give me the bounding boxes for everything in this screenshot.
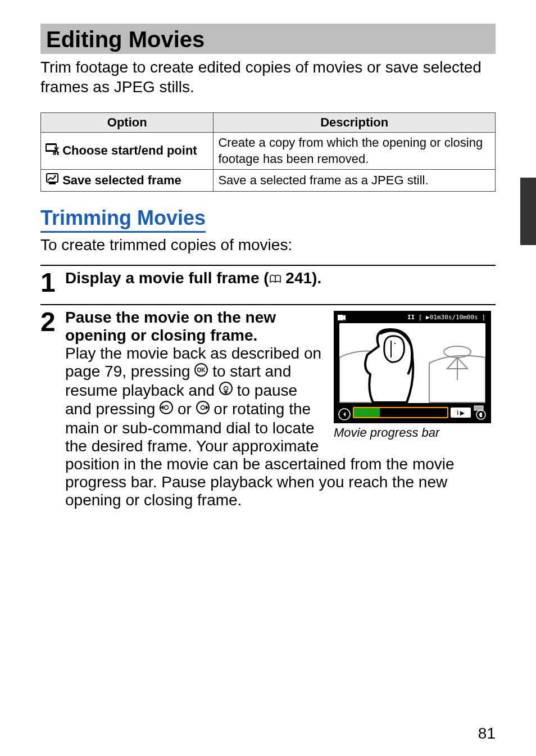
info-badge: i ▶ (451, 408, 471, 418)
movie-mode-icon (337, 313, 346, 324)
svg-rect-2 (46, 150, 56, 152)
step-1-title-post: 241). (281, 269, 322, 287)
option-label-choose: Choose start/end point (62, 143, 197, 159)
step-1: 1 Display a movie full frame ( 241). (40, 269, 496, 296)
svg-rect-9 (49, 182, 56, 184)
svg-marker-34 (206, 405, 208, 410)
svg-marker-18 (343, 412, 346, 417)
svg-marker-12 (343, 315, 346, 320)
multiselector-down-icon (219, 381, 233, 399)
page-ref-icon (269, 269, 281, 287)
table-header-description: Description (214, 113, 496, 133)
svg-rect-19 (474, 406, 483, 410)
step-divider (40, 265, 496, 266)
step-1-number: 1 (40, 269, 61, 296)
option-desc-save: Save a selected frame as a JPEG still. (214, 170, 496, 192)
playback-time-text: [ ▶01m30s/10m00s ] (419, 314, 485, 321)
step-2-body-4: or (173, 400, 196, 418)
option-desc-choose: Create a copy from which the opening or … (214, 133, 496, 170)
pause-glyph: II (407, 314, 415, 321)
svg-rect-1 (46, 143, 56, 145)
svg-point-33 (201, 406, 205, 410)
playback-time-overlay: II [ ▶01m30s/10m00s ] (405, 313, 488, 322)
frame-save-icon (46, 173, 59, 189)
svg-marker-28 (224, 391, 228, 394)
svg-point-8 (54, 175, 56, 176)
preview-bottom-bar: i ▶ (338, 405, 487, 420)
svg-rect-11 (338, 315, 343, 320)
svg-marker-31 (161, 405, 163, 410)
table-header-option: Option (41, 113, 214, 133)
page-number: 81 (478, 725, 496, 743)
svg-rect-23 (480, 413, 482, 417)
table-row: Save selected frame Save a selected fram… (41, 170, 496, 192)
svg-text:OK: OK (197, 367, 206, 373)
dpad-left-icon (338, 406, 351, 419)
svg-point-27 (224, 387, 228, 391)
step-2-figure: II [ ▶01m30s/10m00s ] (334, 311, 491, 440)
step-2-number: 2 (40, 309, 61, 336)
table-row: Choose start/end point Create a copy fro… (41, 133, 496, 170)
svg-rect-7 (47, 174, 58, 182)
trim-control-icon (473, 405, 487, 420)
step-2-title: Pause the movie on the new opening or cl… (65, 309, 276, 344)
movie-preview-frame: II [ ▶01m30s/10m00s ] (334, 311, 491, 423)
ok-button-icon: OK (194, 363, 208, 381)
movie-progress-fill (354, 408, 380, 417)
step-divider (40, 304, 496, 305)
trim-icon (46, 143, 59, 160)
section-title: Editing Movies (40, 24, 496, 54)
movie-progress-bar (353, 407, 448, 418)
step-2: 2 II [ ▶01m30s/10m00s ] (40, 309, 496, 509)
figure-caption: Movie progress bar (334, 425, 491, 440)
option-label-save: Save selected frame (62, 173, 181, 189)
preview-illustration (339, 323, 485, 403)
multiselector-right-icon (196, 400, 210, 418)
svg-point-30 (165, 406, 169, 410)
subheading-title: Trimming Movies (40, 206, 206, 233)
subheading-desc: To create trimmed copies of movies: (40, 235, 496, 255)
section-edge-tab (520, 178, 536, 245)
multiselector-left-icon (160, 400, 173, 418)
step-1-title-pre: Display a movie full frame ( (65, 269, 269, 287)
section-intro: Trim footage to create edited copies of … (40, 57, 496, 97)
options-table: Option Description (40, 112, 496, 192)
